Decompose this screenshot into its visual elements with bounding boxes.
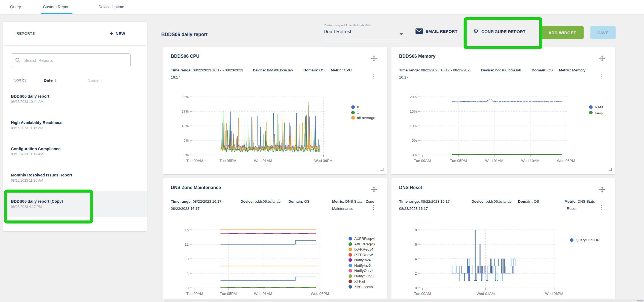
svg-text:2: 2 <box>415 271 417 275</box>
new-report-button[interactable]: + NEW <box>110 31 125 36</box>
tab-query[interactable]: Query <box>10 0 21 14</box>
legend-dot-icon <box>349 274 352 278</box>
svg-text:16: 16 <box>185 228 189 232</box>
configure-report-button[interactable]: ⚙ CONFIGURE REPORT <box>473 28 526 34</box>
chart-legend: 01all-average <box>351 105 375 120</box>
widget-chart: 20%15%10%5%0%Tue 09AMTue 05PMWed 01AMWed… <box>401 94 580 164</box>
widget-meta: Time range: 08/22/2023 16:17 - 08/23/202… <box>399 198 600 212</box>
svg-text:4: 4 <box>415 257 417 261</box>
auto-refresh-value: Don`t Refresh <box>324 29 405 34</box>
save-button[interactable]: SAVE <box>590 26 616 39</box>
legend-item: IXFRReqv6 <box>349 253 375 257</box>
widget-menu-icon[interactable]: ⋮ <box>371 73 376 79</box>
legend-item: RAM <box>589 105 604 109</box>
auto-refresh-dropdown[interactable]: Custom Report Auto Refresh Rate Don`t Re… <box>324 24 405 34</box>
legend-item: 0 <box>351 105 375 109</box>
svg-text:Tue 09AM: Tue 09AM <box>186 292 203 296</box>
widget-meta-field: Device: bdds06.bcia.lab <box>481 67 532 81</box>
resize-handle-icon[interactable] <box>380 168 384 171</box>
widget-meta-field: Metric: CPU <box>331 67 372 81</box>
widget-menu-icon[interactable]: ⋮ <box>599 73 605 79</box>
report-name: BDDS06 daily report <box>11 94 141 98</box>
legend-dot-icon <box>351 105 355 109</box>
widget-menu-icon[interactable]: ⋮ <box>599 204 605 210</box>
search-icon <box>15 57 21 63</box>
report-list-item[interactable]: Configuration Compliance 08/15/2023 11:1… <box>3 138 147 165</box>
widget-card-bdds06-memory: BDDS06 Memory Time range: 08/22/2023 16:… <box>391 47 615 174</box>
move-widget-icon[interactable] <box>370 186 377 194</box>
legend-item: NotifyOutv6 <box>349 274 375 278</box>
arrow-down-icon: ↓ <box>55 78 57 83</box>
tab-label: Device Uptime <box>98 5 124 9</box>
widget-chart: 36%27%18%9%0%Tue 09AMTue 05PMWed 01AMWed… <box>172 94 337 164</box>
widget-meta-field: Domain: OS <box>518 198 564 212</box>
search-reports-box[interactable] <box>11 53 131 67</box>
widget-menu-icon[interactable]: ⋮ <box>371 204 376 210</box>
search-reports-input[interactable] <box>24 58 127 63</box>
envelope-icon <box>415 28 423 34</box>
widget-meta: Time range: 08/22/2023 16:17 - 08/23/202… <box>171 198 383 212</box>
move-widget-icon[interactable] <box>599 55 606 63</box>
legend-item: 1 <box>351 111 375 115</box>
legend-item: XfrFail <box>349 279 375 283</box>
report-name: BDDS06 daily report (Copy) <box>11 199 141 204</box>
widget-chart: 86420Tue 09AMWed 01AMWed 06PM <box>401 226 569 297</box>
scrollbar-thumb[interactable] <box>637 300 643 301</box>
legend-dot-icon <box>349 253 352 257</box>
legend-item: swap <box>589 111 604 115</box>
legend-item: XfrSuccess <box>349 285 375 289</box>
svg-text:Tue 09AM: Tue 09AM <box>186 159 203 163</box>
chart-legend: QueryCurUDP <box>570 238 599 242</box>
top-tab-bar: Query Custom Report Device Uptime <box>0 0 644 14</box>
svg-text:Wed 01AM: Wed 01AM <box>476 292 495 296</box>
chart-legend: RAMswap <box>589 105 604 115</box>
dropdown-underline <box>324 41 405 41</box>
tab-device-uptime[interactable]: Device Uptime <box>98 0 124 14</box>
widget-title: BDDS06 Memory <box>399 54 435 59</box>
report-list-item[interactable]: BDDS06 daily report 08/15/2023 10:44 AM <box>3 86 147 112</box>
widget-meta-field: Metric: Memory <box>559 67 600 81</box>
legend-dot-icon <box>349 264 352 267</box>
svg-text:Wed 06PM: Wed 06PM <box>311 292 329 296</box>
sort-by-date-button[interactable]: Date ↓ <box>44 76 57 84</box>
widget-meta-field: Time range: 08/22/2023 16:17 - 08/23/202… <box>399 67 481 81</box>
legend-dot-icon <box>349 280 352 283</box>
widget-meta-field: Time range: 08/22/2023 16:17 - 08/23/202… <box>171 198 241 212</box>
svg-text:Wed 06PM: Wed 06PM <box>545 292 563 296</box>
report-list-item[interactable]: Monthly Resolved Issues Report 08/15/202… <box>3 165 147 191</box>
report-list-item[interactable]: High Availability Readiness 08/15/2023 1… <box>3 112 147 138</box>
configure-report-label: CONFIGURE REPORT <box>481 29 525 34</box>
svg-text:15%: 15% <box>410 109 417 114</box>
widget-meta-field: Domain: OS <box>532 67 559 81</box>
widget-title: DNS Zone Maintenance <box>171 185 221 190</box>
report-date: 08/15/2023 11:19 AM <box>11 152 141 156</box>
svg-text:0: 0 <box>187 286 189 290</box>
legend-dot-icon <box>349 285 352 289</box>
report-name: Configuration Compliance <box>11 147 141 151</box>
widget-card-dns-zone-maintenance: DNS Zone Maintenance Time range: 08/22/2… <box>163 178 387 302</box>
widget-title: DNS Reset <box>399 185 422 190</box>
report-name: High Availability Readiness <box>11 120 141 125</box>
report-list-item[interactable]: BDDS06 daily report (Copy) 08/23/2023 4:… <box>3 191 147 217</box>
tab-custom-report[interactable]: Custom Report <box>43 0 70 14</box>
horizontal-scrollbar[interactable] <box>163 299 644 302</box>
svg-text:Wed 06PM: Wed 06PM <box>314 159 333 163</box>
move-widget-icon[interactable] <box>599 186 606 194</box>
legend-dot-icon <box>589 105 593 109</box>
svg-text:8: 8 <box>187 257 189 261</box>
svg-text:Wed 10AM: Wed 10AM <box>521 159 540 163</box>
svg-text:Wed 06PM: Wed 06PM <box>557 159 575 163</box>
widget-meta-field: Domain: OS <box>288 198 332 212</box>
svg-text:9%: 9% <box>183 138 189 143</box>
active-tab-indicator <box>41 13 72 14</box>
add-widget-button[interactable]: ADD WIDGET <box>541 26 584 39</box>
legend-item: all-average <box>351 116 375 120</box>
email-report-button[interactable]: EMAIL REPORT <box>415 28 458 34</box>
svg-text:Tue 05PM: Tue 05PM <box>220 292 237 296</box>
new-report-label: NEW <box>116 31 125 36</box>
legend-item: IXFRReqv4 <box>349 247 375 251</box>
sort-by-name-button[interactable]: Name ↓ <box>87 76 103 84</box>
move-widget-icon[interactable] <box>370 55 377 63</box>
svg-text:Tue 09AM: Tue 09AM <box>414 159 431 163</box>
resize-handle-icon[interactable] <box>609 168 612 171</box>
